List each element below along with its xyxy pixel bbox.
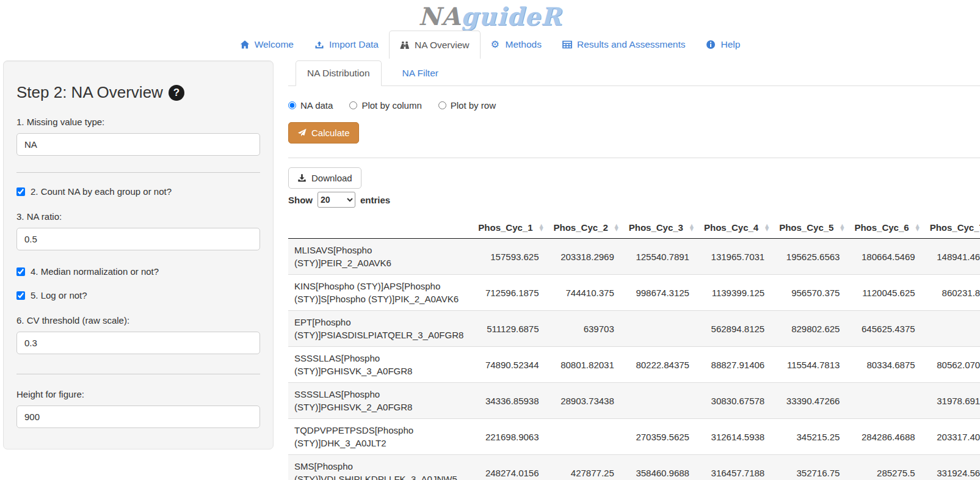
show-entries-prefix: Show [288,195,313,205]
column-header[interactable]: Phos_Cyc_2▲▼ [548,217,623,239]
binoculars-icon [400,40,410,50]
value-cell: 358460.9688 [623,455,698,480]
count-na-checkbox-row: 2. Count NA by each group or not? [16,186,260,197]
sort-icon: ▲▼ [765,224,769,231]
count-na-checkbox[interactable] [16,187,25,196]
value-cell: 316457.7188 [698,455,773,480]
figure-height-input[interactable] [16,405,260,428]
na-data-table: Phos_Cyc_1▲▼ Phos_Cyc_2▲▼ Phos_Cyc_3▲▼ P… [288,217,980,480]
value-cell: 34336.85938 [472,383,547,419]
radio-plot-by-column[interactable]: Plot by column [349,100,421,111]
value-cell: 30830.67578 [698,383,773,419]
column-header-label: Phos_Cyc_7 [930,222,980,233]
value-cell: 352716.75 [773,455,848,480]
value-cell: 203318.2969 [548,239,623,275]
median-norm-label: 4. Median normalization or not? [31,266,159,277]
log-label: 5. Log or not? [31,290,87,300]
column-header[interactable]: Phos_Cyc_6▲▼ [848,217,923,239]
column-header[interactable]: Phos_Cyc_4▲▼ [698,217,773,239]
radio-na-data-label: NA data [300,100,333,111]
app-logo: NAguideR [0,2,980,31]
sort-icon: ▲▼ [690,224,694,231]
table-row: MLISAVS[Phospho (STY)]PEIR_2_A0AVK6 1575… [288,239,980,275]
radio-na-data[interactable]: NA data [288,100,333,111]
app-header: NAguideR Welcome Import Data NA Overview [0,0,980,59]
value-cell: 195625.6563 [773,239,848,275]
row-name-cell: SSSSLLAS[Phospho (STY)]PGHISVK_2_A0FGR8 [288,383,472,419]
sidebar-divider [16,374,260,374]
nav-tab-label: Methods [506,39,542,50]
value-cell: 80562.07031 [924,347,980,383]
table-row: SSSSLLAS[Phospho (STY)]PGHISVK_2_A0FGR8 … [288,383,980,419]
na-ratio-label: 3. NA ratio: [16,211,260,222]
value-cell: 80334.6875 [848,347,923,383]
na-ratio-input[interactable] [16,228,260,250]
cv-threshold-input[interactable] [16,332,260,354]
na-overview-main: NA Distribution NA Filter NA data Plot b… [274,60,980,480]
value-cell: 284286.4688 [848,419,923,455]
value-cell: 148941.4688 [924,239,980,275]
question-circle-icon[interactable]: ? [169,85,184,101]
table-row: EPT[Phospho (STY)]PSIASDISLPIATQELR_3_A0… [288,311,980,347]
value-cell: 427877.25 [548,455,623,480]
content-divider [288,158,980,158]
nav-tab-methods[interactable]: ⚙︎ Methods [481,31,552,59]
calculate-button[interactable]: Calculate [288,122,359,144]
logo-part-guider: guideR [461,2,562,31]
value-cell: 645625.4375 [848,311,923,347]
nav-tab-label: Import Data [329,39,379,50]
column-header-label: Phos_Cyc_5 [779,222,833,233]
nav-tab-results[interactable]: Results and Assessments [552,31,695,59]
value-cell [548,419,623,455]
missing-value-type-label: 1. Missing value type: [16,117,260,127]
column-header[interactable]: Phos_Cyc_7▲▼ [924,217,980,239]
radio-plot-by-column-input[interactable] [349,101,357,109]
download-button-label: Download [311,173,352,183]
column-header-rownames[interactable] [288,217,472,239]
calculate-button-label: Calculate [311,128,350,138]
sort-icon: ▲▼ [539,224,543,231]
table-icon [562,40,572,49]
value-cell: 1120045.625 [848,275,923,311]
value-cell: 331924.5625 [924,455,980,480]
table-header: Phos_Cyc_1▲▼ Phos_Cyc_2▲▼ Phos_Cyc_3▲▼ P… [288,217,980,239]
value-cell: 860231.875 [924,275,980,311]
home-icon [240,40,250,49]
missing-value-type-select[interactable]: NA [16,133,260,156]
column-header-label: Phos_Cyc_2 [554,222,608,233]
median-norm-checkbox[interactable] [16,267,25,276]
value-cell: 744410.375 [548,275,623,311]
column-header-label: Phos_Cyc_3 [629,222,683,233]
nav-tab-help[interactable]: Help [695,31,750,59]
row-name-cell: TQDPVPPETPSDS[Phospho (STY)]DHK_3_A0JLT2 [288,419,472,455]
radio-plot-by-row-input[interactable] [438,101,446,109]
log-checkbox[interactable] [16,291,25,300]
naguider-app: NAguideR Welcome Import Data NA Overview [0,0,980,480]
radio-plot-by-row[interactable]: Plot by row [438,100,496,111]
show-entries-suffix: entries [360,195,390,205]
column-header[interactable]: Phos_Cyc_5▲▼ [773,217,848,239]
value-cell: 131965.7031 [698,239,773,275]
download-button[interactable]: Download [288,167,361,189]
radio-na-data-input[interactable] [288,101,296,109]
nav-tab-welcome[interactable]: Welcome [230,31,304,59]
value-cell: 33390.47266 [773,383,848,419]
step2-sidebar-panel: Step 2: NA Overview ? 1. Missing value t… [3,60,274,449]
tab-na-distribution[interactable]: NA Distribution [296,60,382,86]
tab-na-filter[interactable]: NA Filter [391,60,449,86]
value-cell [623,383,698,419]
sort-icon: ▲▼ [615,224,619,231]
column-header[interactable]: Phos_Cyc_3▲▼ [623,217,698,239]
column-header[interactable]: Phos_Cyc_1▲▼ [472,217,547,239]
page-length-select[interactable]: 20 [318,192,355,208]
nav-tab-label: Help [720,39,740,50]
nav-tab-import-data[interactable]: Import Data [304,31,389,59]
nav-tab-label: Results and Assessments [577,39,685,50]
value-cell: 562894.8125 [698,311,773,347]
column-header-label: Phos_Cyc_1 [478,222,532,233]
log-checkbox-row: 5. Log or not? [16,290,260,300]
row-name-cell: KINS[Phospho (STY)]APS[Phospho (STY)]S[P… [288,275,472,311]
value-cell [848,383,923,419]
nav-tab-na-overview[interactable]: NA Overview [389,31,481,59]
median-norm-checkbox-row: 4. Median normalization or not? [16,266,260,277]
